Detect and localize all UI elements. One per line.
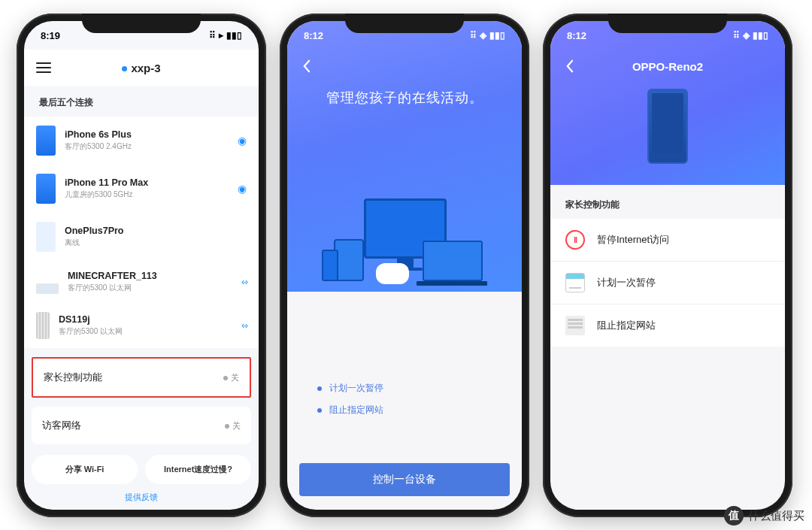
screen-device-control: 8:12 ⠿◈▮▮▯ OPPO-Reno2 家长控制功能 II 暂停Intern… [550,21,785,510]
back-icon[interactable] [298,58,314,74]
device-item[interactable]: iPhone 11 Pro Max儿童房的5300 5GHz ◉ [36,165,247,213]
device-list: iPhone 6s Plus客厅的5300 2.4GHz ◉ iPhone 11… [24,117,259,348]
watermark-badge: 值 [724,506,744,525]
status-time: 8:12 [567,30,586,41]
notch [82,14,201,33]
ethernet-icon: ‹··› [241,277,247,287]
device-item[interactable]: MINECRAFTER_113客厅的5300 以太网 ‹··› [36,261,247,303]
page-title: xxp-3 [36,62,247,74]
website-block-icon [565,316,585,335]
status-icons: ⠿◈▮▮▯ [733,30,768,41]
device-illustration [647,89,688,164]
screen-devices: 8:19 ⠿▸▮▮▯ xxp-3 最后五个连接 iPhone 6s Plus客厅… [24,21,259,510]
devices-illustration [322,189,487,295]
feature-list: 计划一次暂停 阻止指定网站 [287,382,522,416]
calendar-icon [565,273,585,292]
status-icons: ⠿◈▮▮▯ [470,30,505,41]
wifi-icon: ◉ [238,183,247,195]
device-phone-icon [36,126,56,156]
option-schedule-pause[interactable]: 计划一次暂停 [550,262,785,304]
section-header: 最后五个连接 [24,86,259,117]
phone-frame-2: 8:12 ⠿◈▮▮▯ 管理您孩子的在线活动。 计划一次暂停 阻止指定网站 控制一… [280,14,529,517]
hero-title: 管理您孩子的在线活动。 [287,89,522,107]
options-list: II 暂停Internet访问 计划一次暂停 阻止指定网站 [550,219,785,347]
device-item[interactable]: iPhone 6s Plus客厅的5300 2.4GHz ◉ [36,117,247,165]
device-router-icon [36,283,59,294]
notch [608,14,727,33]
guest-network-card[interactable]: 访客网络 关 [32,407,251,444]
device-title: OPPO-Reno2 [632,60,703,73]
phone-frame-3: 8:12 ⠿◈▮▮▯ OPPO-Reno2 家长控制功能 II 暂停Intern… [543,14,792,517]
screen-parental-intro: 8:12 ⠿◈▮▮▯ 管理您孩子的在线活动。 计划一次暂停 阻止指定网站 控制一… [287,21,522,510]
header: OPPO-Reno2 [550,50,785,83]
status-time: 8:12 [304,30,323,41]
feature-item: 计划一次暂停 [317,382,492,395]
device-item[interactable]: DS119j客厅的5300 以太网 ‹··› [36,303,247,348]
wifi-icon: ◉ [238,135,247,147]
feedback-link[interactable]: 提供反馈 [24,492,259,503]
back-icon[interactable] [561,58,577,74]
hero-gradient: 8:12 ⠿◈▮▮▯ OPPO-Reno2 [550,21,785,185]
feature-item: 阻止指定网站 [317,404,492,416]
device-phone-icon [36,174,56,204]
device-item[interactable]: OnePlus7Pro离线 [36,213,247,261]
status-icons: ⠿▸▮▮▯ [209,30,242,41]
speed-slow-button[interactable]: Internet速度过慢? [145,455,251,484]
share-wifi-button[interactable]: 分享 Wi-Fi [32,455,138,484]
control-device-button[interactable]: 控制一台设备 [299,463,510,496]
phone-frame-1: 8:19 ⠿▸▮▮▯ xxp-3 最后五个连接 iPhone 6s Plus客厅… [17,14,266,517]
pause-icon: II [565,230,585,250]
section-header: 家长控制功能 [550,185,785,219]
status-off: 关 [223,372,239,383]
hero-gradient: 8:12 ⠿◈▮▮▯ 管理您孩子的在线活动。 [287,21,522,292]
ethernet-icon: ‹··› [241,320,247,331]
watermark: 值 什么值得买 [724,506,804,525]
parental-control-card[interactable]: 家长控制功能 关 [32,357,251,398]
option-pause-internet[interactable]: II 暂停Internet访问 [550,219,785,262]
header [287,50,522,83]
device-phone-offline-icon [36,222,56,252]
header: xxp-3 [24,50,259,86]
device-nas-icon [36,312,50,339]
notch [345,14,464,33]
option-block-sites[interactable]: 阻止指定网站 [550,304,785,347]
watermark-text: 什么值得买 [748,509,804,523]
status-off: 关 [225,420,241,432]
status-time: 8:19 [41,30,60,41]
